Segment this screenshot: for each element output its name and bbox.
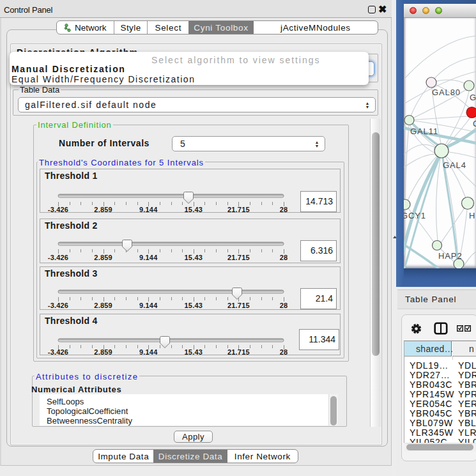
svg-text:15.43: 15.43 xyxy=(185,302,203,309)
svg-text:21.715: 21.715 xyxy=(227,254,250,261)
svg-text:9.144: 9.144 xyxy=(139,206,158,213)
svg-text:C: C xyxy=(473,119,476,128)
svg-text:9.144: 9.144 xyxy=(139,348,158,355)
svg-text:HAP2: HAP2 xyxy=(438,251,463,261)
svg-text:2.859: 2.859 xyxy=(94,206,112,213)
svg-text:2.859: 2.859 xyxy=(94,302,112,309)
svg-text:15.43: 15.43 xyxy=(185,206,203,213)
svg-text:GAL11: GAL11 xyxy=(410,127,438,136)
svg-text:28: 28 xyxy=(280,348,288,355)
svg-text:GAL4: GAL4 xyxy=(443,160,466,170)
svg-text:H: H xyxy=(469,211,475,220)
svg-text:9.144: 9.144 xyxy=(139,302,158,309)
svg-text:15.43: 15.43 xyxy=(185,348,203,355)
svg-text:GA: GA xyxy=(470,93,476,102)
svg-text:GCY1: GCY1 xyxy=(404,211,426,220)
svg-text:2.859: 2.859 xyxy=(94,254,112,261)
svg-text:-3.426: -3.426 xyxy=(48,348,68,355)
svg-text:28: 28 xyxy=(280,206,288,213)
svg-text:21.715: 21.715 xyxy=(227,206,250,213)
svg-text:GAL80: GAL80 xyxy=(432,88,461,97)
svg-text:28: 28 xyxy=(280,254,288,261)
svg-text:21.715: 21.715 xyxy=(227,348,250,355)
svg-text:2.859: 2.859 xyxy=(94,348,112,355)
svg-text:-3.426: -3.426 xyxy=(48,206,68,213)
svg-text:28: 28 xyxy=(280,302,288,309)
svg-text:9.144: 9.144 xyxy=(139,254,158,261)
svg-text:21.715: 21.715 xyxy=(227,302,250,309)
svg-text:-3.426: -3.426 xyxy=(48,254,68,261)
svg-text:15.43: 15.43 xyxy=(185,254,203,261)
svg-text:-3.426: -3.426 xyxy=(48,302,68,309)
